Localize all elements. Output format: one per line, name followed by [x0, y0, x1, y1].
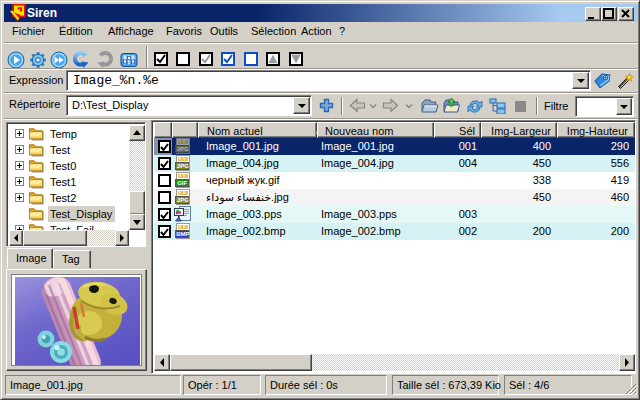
svg-text:JPG: JPG	[177, 197, 189, 203]
svg-text:JPG: JPG	[177, 163, 189, 169]
svg-text:BMP: BMP	[176, 231, 189, 237]
svg-text:GIF: GIF	[177, 180, 187, 186]
